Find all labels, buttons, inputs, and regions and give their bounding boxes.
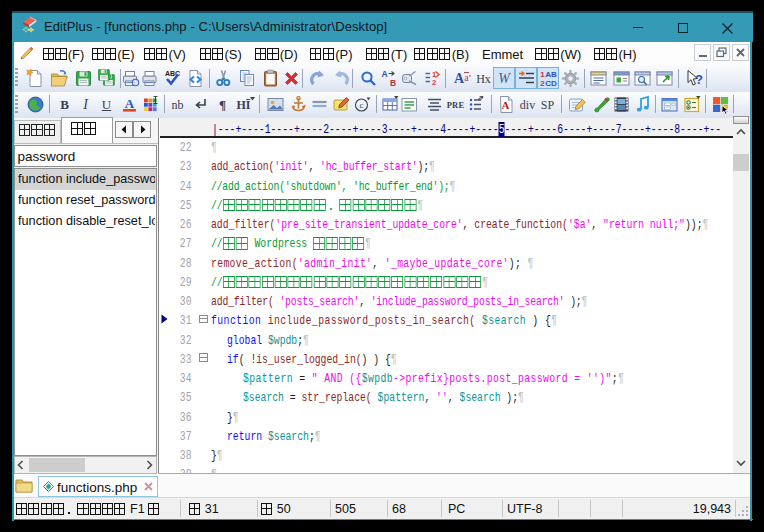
svg-text:a: a [464,71,469,82]
svg-text:c: c [360,100,364,110]
svg-text:A: A [381,69,387,79]
svg-text:Hx: Hx [476,71,491,85]
svg-text:?: ? [695,72,703,87]
svg-text:CD: CD [545,79,557,88]
svg-text:W: W [498,71,511,86]
svg-text:A: A [125,96,135,111]
svg-text:A: A [502,99,510,111]
svg-text:B: B [390,77,396,87]
svg-text:2: 2 [432,78,436,87]
